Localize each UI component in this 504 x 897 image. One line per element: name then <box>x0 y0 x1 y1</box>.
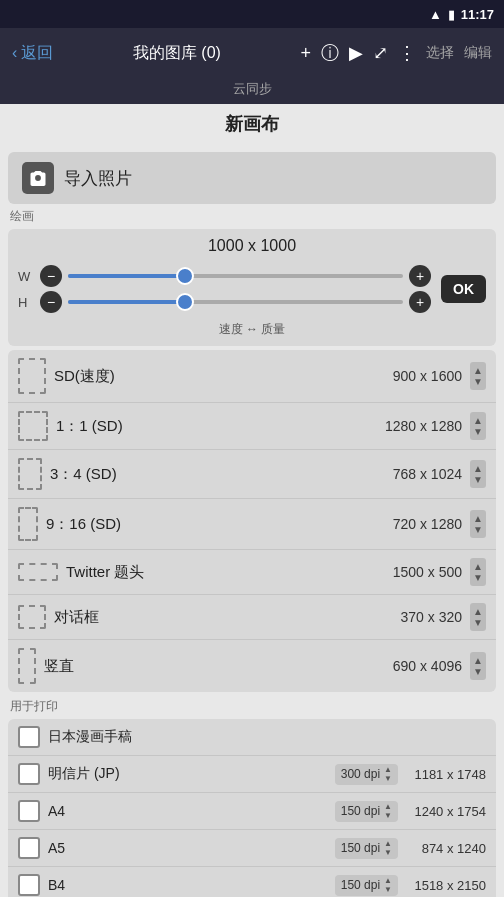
dpi-down-icon[interactable]: ▼ <box>384 775 392 783</box>
select-label[interactable]: 选择 <box>426 44 454 62</box>
a4-dpi-value: 150 dpi <box>341 804 380 818</box>
dpi-up-icon[interactable]: ▲ <box>384 877 392 885</box>
dpi-down-icon[interactable]: ▼ <box>384 812 392 820</box>
preset-size-9x16: 720 x 1280 <box>393 516 462 532</box>
back-button[interactable]: ‹ 返回 <box>12 43 53 64</box>
preset-size-1x1: 1280 x 1280 <box>385 418 462 434</box>
preset-thumb-sd <box>18 358 46 394</box>
speed-quality-label: 速度 ↔ 质量 <box>18 321 486 338</box>
list-item[interactable]: A4 150 dpi ▲ ▼ 1240 x 1754 <box>8 793 496 830</box>
preset-thumb-1x1 <box>18 411 48 441</box>
preset-arrow-vertical[interactable]: ▲▼ <box>470 652 486 680</box>
clock: 11:17 <box>461 7 494 22</box>
list-item[interactable]: 9：16 (SD) 720 x 1280 ▲▼ <box>8 499 496 550</box>
list-item[interactable]: 日本漫画手稿 <box>8 719 496 756</box>
preset-arrow-1x1[interactable]: ▲▼ <box>470 412 486 440</box>
a5-dpi-box[interactable]: 150 dpi ▲ ▼ <box>335 838 398 859</box>
preset-arrow-sd[interactable]: ▲▼ <box>470 362 486 390</box>
list-item[interactable]: 明信片 (JP) 300 dpi ▲ ▼ 1181 x 1748 <box>8 756 496 793</box>
width-slider-fill <box>68 274 185 278</box>
info-button[interactable]: ⓘ <box>321 41 339 65</box>
height-slider[interactable] <box>68 300 403 304</box>
w-label: W <box>18 269 34 284</box>
a4-size: 1240 x 1754 <box>406 804 486 819</box>
a5-dpi-value: 150 dpi <box>341 841 380 855</box>
list-item[interactable]: 竖直 690 x 4096 ▲▼ <box>8 640 496 692</box>
list-item[interactable]: B4 150 dpi ▲ ▼ 1518 x 2150 <box>8 867 496 897</box>
a4-checkbox[interactable] <box>18 800 40 822</box>
width-slider-thumb[interactable] <box>176 267 194 285</box>
print-list: 日本漫画手稿 明信片 (JP) 300 dpi ▲ ▼ 1181 x 1748 … <box>8 719 496 897</box>
b4-checkbox[interactable] <box>18 874 40 896</box>
manga-checkbox[interactable] <box>18 726 40 748</box>
dpi-down-icon[interactable]: ▼ <box>384 886 392 894</box>
a4-dpi-box[interactable]: 150 dpi ▲ ▼ <box>335 801 398 822</box>
list-item[interactable]: 3：4 (SD) 768 x 1024 ▲▼ <box>8 450 496 499</box>
a4-dpi-arrows[interactable]: ▲ ▼ <box>384 803 392 820</box>
camera-icon <box>22 162 54 194</box>
height-slider-row: H − + <box>18 291 431 313</box>
preset-name-3x4: 3：4 (SD) <box>50 465 385 484</box>
back-label: 返回 <box>21 43 53 64</box>
b4-dpi-arrows[interactable]: ▲ ▼ <box>384 877 392 894</box>
nav-right-buttons: + ⓘ ▶ ⤢ ⋮ 选择 编辑 <box>300 41 492 65</box>
dpi-down-icon[interactable]: ▼ <box>384 849 392 857</box>
drawing-section-label: 绘画 <box>0 204 504 227</box>
preset-thumb-dialog <box>18 605 46 629</box>
b4-size: 1518 x 2150 <box>406 878 486 893</box>
list-item[interactable]: A5 150 dpi ▲ ▼ 874 x 1240 <box>8 830 496 867</box>
canvas-ok-button[interactable]: OK <box>441 275 486 303</box>
width-slider-row: W − + <box>18 265 431 287</box>
postcard-dpi-box[interactable]: 300 dpi ▲ ▼ <box>335 764 398 785</box>
list-item[interactable]: Twitter 题头 1500 x 500 ▲▼ <box>8 550 496 595</box>
preset-arrow-dialog[interactable]: ▲▼ <box>470 603 486 631</box>
dimension-display: 1000 x 1000 <box>18 237 486 255</box>
width-value: 1000 <box>208 237 244 254</box>
list-item[interactable]: SD(速度) 900 x 1600 ▲▼ <box>8 350 496 403</box>
print-name-manga: 日本漫画手稿 <box>48 728 486 746</box>
add-button[interactable]: + <box>300 43 311 64</box>
postcard-dpi-arrows[interactable]: ▲ ▼ <box>384 766 392 783</box>
postcard-size: 1181 x 1748 <box>406 767 486 782</box>
height-slider-thumb[interactable] <box>176 293 194 311</box>
a5-checkbox[interactable] <box>18 837 40 859</box>
b4-dpi-box[interactable]: 150 dpi ▲ ▼ <box>335 875 398 896</box>
height-value: 1000 <box>260 237 296 254</box>
modal-title: 新画布 <box>0 104 504 144</box>
preset-arrow-twitter[interactable]: ▲▼ <box>470 558 486 586</box>
postcard-checkbox[interactable] <box>18 763 40 785</box>
preset-thumb-3x4 <box>18 458 42 490</box>
preset-name-vertical: 竖直 <box>44 657 385 676</box>
print-section-label: 用于打印 <box>0 692 504 717</box>
height-minus-button[interactable]: − <box>40 291 62 313</box>
status-bar: ▲ ▮ 11:17 <box>0 0 504 28</box>
preset-thumb-twitter <box>18 563 58 581</box>
edit-label[interactable]: 编辑 <box>464 44 492 62</box>
print-name-a4: A4 <box>48 803 327 819</box>
width-plus-button[interactable]: + <box>409 265 431 287</box>
preset-list: SD(速度) 900 x 1600 ▲▼ 1：1 (SD) 1280 x 128… <box>8 350 496 692</box>
b4-dpi-value: 150 dpi <box>341 878 380 892</box>
preset-arrow-3x4[interactable]: ▲▼ <box>470 460 486 488</box>
play-button[interactable]: ▶ <box>349 42 363 64</box>
a5-dpi-arrows[interactable]: ▲ ▼ <box>384 840 392 857</box>
preset-arrow-9x16[interactable]: ▲▼ <box>470 510 486 538</box>
cloud-sync-label: 云同步 <box>233 81 272 96</box>
postcard-dpi-value: 300 dpi <box>341 767 380 781</box>
a5-size: 874 x 1240 <box>406 841 486 856</box>
height-plus-button[interactable]: + <box>409 291 431 313</box>
nav-title: 我的图库 (0) <box>53 43 300 64</box>
dpi-up-icon[interactable]: ▲ <box>384 803 392 811</box>
preset-size-sd: 900 x 1600 <box>393 368 462 384</box>
import-photo-section[interactable]: 导入照片 <box>8 152 496 204</box>
preset-name-twitter: Twitter 题头 <box>66 563 385 582</box>
width-slider[interactable] <box>68 274 403 278</box>
dpi-up-icon[interactable]: ▲ <box>384 766 392 774</box>
list-item[interactable]: 1：1 (SD) 1280 x 1280 ▲▼ <box>8 403 496 450</box>
canvas-controls: 1000 x 1000 W − + H − <box>8 229 496 346</box>
width-minus-button[interactable]: − <box>40 265 62 287</box>
dpi-up-icon[interactable]: ▲ <box>384 840 392 848</box>
share-button[interactable]: ⤢ <box>373 42 388 64</box>
list-item[interactable]: 对话框 370 x 320 ▲▼ <box>8 595 496 640</box>
more-button[interactable]: ⋮ <box>398 42 416 64</box>
